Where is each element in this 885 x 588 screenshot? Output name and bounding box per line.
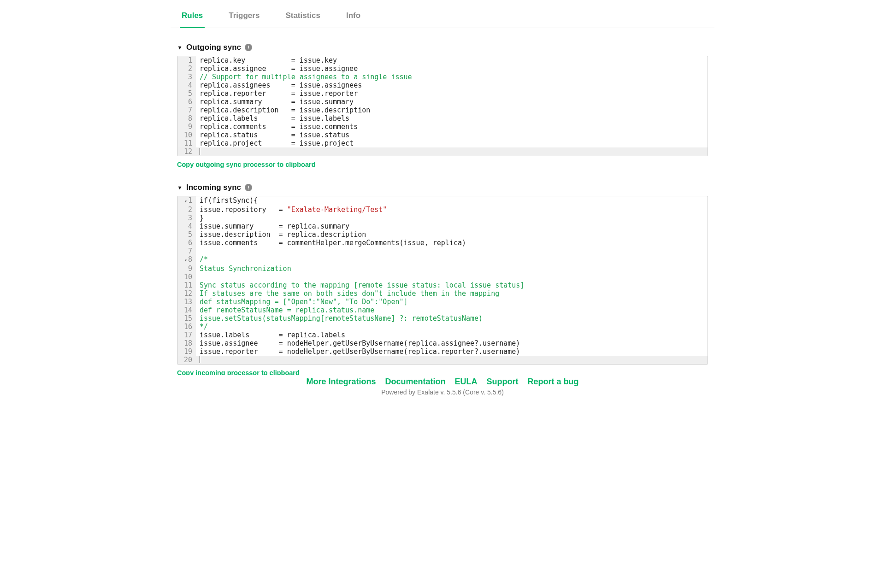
copy-incoming-button[interactable]: Copy incoming processor to clipboard [177,369,708,375]
code-line[interactable]: /* [196,255,708,264]
code-line[interactable]: */ [196,323,708,331]
tab-bar: Rules Triggers Statistics Info [171,6,714,28]
footer-links: More Integrations Documentation EULA Sup… [0,377,885,387]
line-number: ▾1 [177,196,196,206]
line-number: 19 [177,347,196,356]
code-line[interactable]: issue.assignee = nodeHelper.getUserByUse… [196,339,708,347]
code-line[interactable]: replica.assignee = issue.assignee [196,65,708,73]
line-number: 11 [177,281,196,289]
line-number: 6 [177,98,196,106]
line-number: 15 [177,314,196,323]
chevron-down-icon: ▾ [177,44,183,51]
info-icon[interactable]: ! [245,184,252,191]
line-number: 20 [177,356,196,364]
footer-documentation[interactable]: Documentation [385,377,446,387]
line-number: ▾8 [177,255,196,265]
line-number: 9 [177,123,196,131]
code-line[interactable]: replica.summary = issue.summary [196,98,708,106]
code-line[interactable]: If statuses are the same on both sides d… [196,289,708,298]
footer-support[interactable]: Support [487,377,519,387]
line-number: 2 [177,206,196,214]
tab-info[interactable]: Info [344,6,362,28]
copy-outgoing-button[interactable]: Copy outgoing sync processor to clipboar… [177,161,708,168]
line-number: 9 [177,265,196,273]
line-number: 2 [177,65,196,73]
code-line[interactable]: // Support for multiple assignees to a s… [196,73,708,81]
line-number: 10 [177,273,196,281]
code-line[interactable]: issue.summary = replica.summary [196,222,708,230]
line-number: 5 [177,230,196,239]
line-number: 16 [177,323,196,331]
code-line[interactable]: replica.key = issue.key [196,56,708,65]
line-number: 1 [177,56,196,65]
line-number: 11 [177,139,196,147]
outgoing-code-editor[interactable]: 1replica.key = issue.key2replica.assigne… [177,56,708,156]
line-number: 17 [177,331,196,339]
code-line[interactable]: issue.setStatus(statusMapping[remoteStat… [196,314,708,323]
code-line[interactable]: issue.description = replica.description [196,230,708,239]
code-line[interactable]: Status Synchronization [196,265,708,273]
code-line[interactable]: replica.assignees = issue.assignees [196,81,708,89]
info-icon[interactable]: ! [245,44,252,51]
footer-more-integrations[interactable]: More Integrations [306,377,376,387]
line-number: 18 [177,339,196,347]
code-line[interactable]: } [196,214,708,222]
line-number: 6 [177,239,196,247]
line-number: 7 [177,106,196,114]
code-line[interactable] [196,356,708,364]
code-line[interactable]: replica.labels = issue.labels [196,114,708,123]
code-line[interactable]: issue.comments = commentHelper.mergeComm… [196,239,708,247]
code-line[interactable]: replica.reporter = issue.reporter [196,89,708,98]
line-number: 3 [177,73,196,81]
line-number: 5 [177,89,196,98]
code-line[interactable] [196,147,708,156]
footer-powered-by: Powered by Exalate v. 5.5.6 (Core v. 5.5… [0,388,885,396]
code-line[interactable]: def remoteStatusName = replica.status.na… [196,306,708,314]
code-line[interactable]: issue.repository = "Exalate-Marketing/Te… [196,206,708,214]
code-line[interactable]: replica.project = issue.project [196,139,708,147]
line-number: 10 [177,131,196,139]
line-number: 12 [177,147,196,156]
line-number: 4 [177,81,196,89]
footer-eula[interactable]: EULA [455,377,478,387]
tab-triggers[interactable]: Triggers [227,6,261,28]
tab-rules[interactable]: Rules [180,6,205,28]
tab-statistics[interactable]: Statistics [283,6,322,28]
outgoing-sync-title: Outgoing sync [186,43,241,52]
outgoing-sync-header[interactable]: ▾ Outgoing sync ! [177,43,708,52]
line-number: 13 [177,298,196,306]
code-line[interactable]: def statusMapping = ["Open":"New", "To D… [196,298,708,306]
footer-report-bug[interactable]: Report a bug [528,377,579,387]
code-line[interactable]: issue.labels = replica.labels [196,331,708,339]
line-number: 8 [177,114,196,123]
line-number: 4 [177,222,196,230]
code-line[interactable]: if(firstSync){ [196,196,708,205]
line-number: 14 [177,306,196,314]
code-line[interactable]: replica.description = issue.description [196,106,708,114]
line-number: 7 [177,247,196,255]
code-line[interactable]: Sync status according to the mapping [re… [196,281,708,289]
incoming-sync-title: Incoming sync [186,183,241,192]
line-number: 3 [177,214,196,222]
incoming-sync-header[interactable]: ▾ Incoming sync ! [177,183,708,192]
incoming-code-editor[interactable]: ▾1if(firstSync){2issue.repository = "Exa… [177,196,708,365]
code-line[interactable]: replica.status = issue.status [196,131,708,139]
chevron-down-icon: ▾ [177,184,183,191]
line-number: 12 [177,289,196,298]
code-line[interactable]: replica.comments = issue.comments [196,123,708,131]
code-line[interactable]: issue.reporter = nodeHelper.getUserByUse… [196,347,708,356]
